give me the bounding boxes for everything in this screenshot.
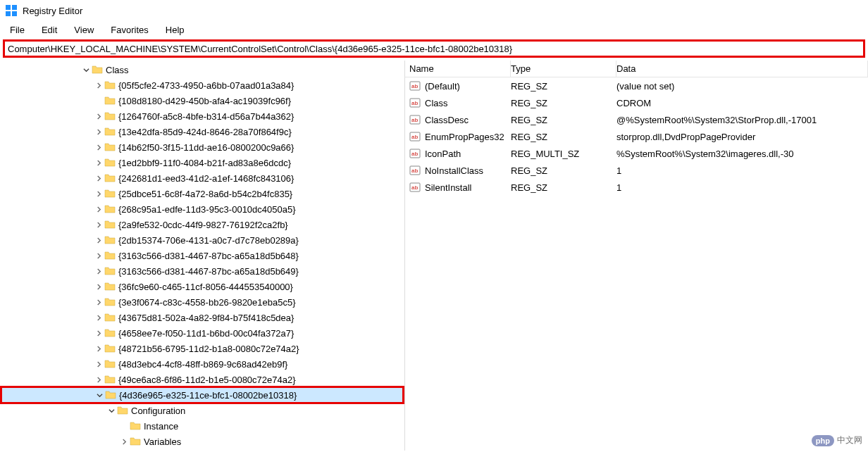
- tree-node-guid[interactable]: {3163c566-d381-4467-87bc-a65a18d5b648}: [0, 248, 404, 263]
- chevron-right-icon[interactable]: [93, 142, 104, 153]
- tree-node-guid[interactable]: {14b62f50-3f15-11dd-ae16-0800200c9a66}: [0, 139, 404, 155]
- address-bar[interactable]: Computer\HKEY_LOCAL_MACHINE\SYSTEM\Curre…: [3, 39, 865, 58]
- chevron-right-icon[interactable]: [93, 374, 104, 385]
- folder-icon: [104, 142, 116, 153]
- col-header-data[interactable]: Data: [616, 61, 868, 77]
- chevron-right-icon[interactable]: [93, 157, 104, 168]
- chevron-down-icon[interactable]: [80, 64, 92, 75]
- folder-icon: [104, 265, 116, 277]
- value-row[interactable]: abNoInstallClassREG_SZ1: [405, 162, 868, 179]
- folder-open-icon: [92, 64, 103, 75]
- menu-bar: File Edit View Favorites Help: [0, 21, 868, 38]
- values-pane[interactable]: Name Type Data ab(Default)REG_SZ(value n…: [405, 61, 868, 451]
- menu-edit[interactable]: Edit: [33, 23, 66, 37]
- tree-node-guid[interactable]: {2db15374-706e-4131-a0c7-d7c78eb0289a}: [0, 232, 404, 248]
- tree-node-guid[interactable]: {25dbce51-6c8f-4a72-8a6d-b54c2b4fc835}: [0, 186, 404, 201]
- value-row[interactable]: abClassREG_SZCDROM: [405, 94, 868, 111]
- string-value-icon: ab: [409, 165, 421, 176]
- chevron-right-icon[interactable]: [93, 80, 104, 91]
- value-name: Class: [425, 98, 448, 108]
- tree-node-guid[interactable]: {1ed2bbf9-11f0-4084-b21f-ad83a8e6dcdc}: [0, 155, 404, 170]
- tree-node-guid[interactable]: {268c95a1-edfe-11d3-95c3-0010dc4050a5}: [0, 201, 404, 217]
- svg-text:ab: ab: [411, 117, 418, 123]
- tree-node-guid[interactable]: {108d8180-d429-450b-afa4-ac19039fc96f}: [0, 93, 404, 108]
- watermark: php 中文网: [812, 434, 862, 446]
- chevron-right-icon[interactable]: [93, 188, 104, 199]
- folder-icon: [130, 436, 141, 447]
- value-type: REG_SZ: [511, 98, 547, 108]
- tree-label: {05f5cfe2-4733-4950-a6bb-07aad01a3a84}: [118, 80, 294, 91]
- folder-icon: [104, 296, 116, 308]
- title-bar: Registry Editor: [0, 0, 868, 21]
- watermark-text: 中文网: [837, 434, 862, 446]
- chevron-right-icon[interactable]: [93, 250, 104, 261]
- chevron-right-icon[interactable]: [93, 358, 104, 370]
- col-header-type[interactable]: Type: [511, 61, 616, 77]
- tree-node-guid[interactable]: {48721b56-6795-11d2-b1a8-0080c72e74a2}: [0, 341, 404, 356]
- value-data: @%SystemRoot%\System32\StorProp.dll,-170…: [616, 115, 817, 125]
- tree-node-guid[interactable]: {36fc9e60-c465-11cf-8056-444553540000}: [0, 279, 404, 294]
- svg-text:ab: ab: [411, 134, 418, 140]
- tree-label: {3e3f0674-c83c-4558-bb26-9820e1eba5c5}: [118, 297, 296, 308]
- tree-label: {3163c566-d381-4467-87bc-a65a18d5b648}: [118, 251, 299, 261]
- tree-node-selected[interactable]: {4d36e965-e325-11ce-bfc1-08002be10318}: [0, 386, 404, 404]
- chevron-right-icon[interactable]: [93, 296, 104, 308]
- tree-node-guid[interactable]: {242681d1-eed3-41d2-a1ef-1468fc843106}: [0, 170, 404, 186]
- value-type: REG_SZ: [511, 81, 547, 92]
- chevron-right-icon[interactable]: [93, 111, 104, 122]
- tree-node-guid[interactable]: {3e3f0674-c83c-4558-bb26-9820e1eba5c5}: [0, 294, 404, 310]
- folder-icon: [104, 188, 116, 199]
- tree-label: {1264760f-a5c8-4bfe-b314-d56a7b44a362}: [118, 111, 294, 122]
- chevron-right-icon[interactable]: [93, 281, 104, 292]
- chevron-right-icon[interactable]: [93, 219, 104, 230]
- menu-file[interactable]: File: [1, 23, 33, 37]
- chevron-right-icon[interactable]: [93, 343, 104, 354]
- main-split: Class {05f5cfe2-4733-4950-a6bb-07aad01a3…: [0, 61, 868, 451]
- address-text: Computer\HKEY_LOCAL_MACHINE\SYSTEM\Curre…: [8, 44, 512, 54]
- tree-label: Configuration: [131, 406, 185, 416]
- chevron-right-icon[interactable]: [93, 126, 104, 137]
- chevron-right-icon[interactable]: [93, 327, 104, 339]
- menu-view[interactable]: View: [66, 23, 102, 37]
- chevron-right-icon[interactable]: [93, 234, 104, 246]
- value-row[interactable]: abClassDescREG_SZ@%SystemRoot%\System32\…: [405, 111, 868, 128]
- folder-icon: [104, 95, 116, 106]
- chevron-right-icon[interactable]: [93, 203, 104, 215]
- tree-label: {36fc9e60-c465-11cf-8056-444553540000}: [118, 282, 293, 292]
- col-header-name[interactable]: Name: [405, 61, 511, 77]
- value-row[interactable]: abSilentInstallREG_SZ1: [405, 179, 868, 196]
- value-row[interactable]: abEnumPropPages32REG_SZstorprop.dll,DvdP…: [405, 128, 868, 145]
- value-row[interactable]: ab(Default)REG_SZ(value not set): [405, 77, 868, 94]
- tree-node-guid[interactable]: {49ce6ac8-6f86-11d2-b1e5-0080c72e74a2}: [0, 372, 404, 387]
- tree-node-guid[interactable]: {3163c566-d381-4467-87bc-a65a18d5b649}: [0, 263, 404, 279]
- chevron-right-icon[interactable]: [93, 265, 104, 277]
- tree-node-class[interactable]: Class: [0, 62, 404, 77]
- tree-node-guid[interactable]: {05f5cfe2-4733-4950-a6bb-07aad01a3a84}: [0, 77, 404, 93]
- chevron-right-icon[interactable]: [93, 312, 104, 323]
- value-type: REG_SZ: [511, 165, 547, 176]
- chevron-right-icon[interactable]: [93, 172, 104, 184]
- tree-node-variables[interactable]: Variables: [0, 434, 404, 449]
- tree-node-guid[interactable]: {43675d81-502a-4a82-9f84-b75f418c5dea}: [0, 310, 404, 325]
- tree-node-guid[interactable]: {1264760f-a5c8-4bfe-b314-d56a7b44a362}: [0, 108, 404, 124]
- chevron-down-icon[interactable]: [106, 405, 117, 416]
- folder-icon: [104, 312, 116, 323]
- tree-node-guid[interactable]: {4658ee7e-f050-11d1-b6bd-00c04fa372a7}: [0, 325, 404, 341]
- values-header: Name Type Data: [405, 61, 868, 77]
- menu-help[interactable]: Help: [157, 23, 193, 37]
- tree-node-configuration[interactable]: Configuration: [0, 403, 404, 418]
- value-type: REG_SZ: [511, 115, 547, 125]
- tree-node-guid[interactable]: {48d3ebc4-4cf8-48ff-b869-9c68ad42eb9f}: [0, 356, 404, 372]
- chevron-right-icon[interactable]: [118, 436, 130, 447]
- tree-node-guid[interactable]: {13e42dfa-85d9-424d-8646-28a70f864f9c}: [0, 124, 404, 139]
- menu-favorites[interactable]: Favorites: [102, 23, 156, 37]
- chevron-down-icon[interactable]: [94, 389, 105, 401]
- value-row[interactable]: abIconPathREG_MULTI_SZ%SystemRoot%\Syste…: [405, 145, 868, 162]
- tree-pane[interactable]: Class {05f5cfe2-4733-4950-a6bb-07aad01a3…: [0, 61, 405, 451]
- tree-node-guid[interactable]: {2a9fe532-0cdc-44f9-9827-76192f2ca2fb}: [0, 217, 404, 232]
- folder-icon: [104, 327, 116, 339]
- tree-label: {2a9fe532-0cdc-44f9-9827-76192f2ca2fb}: [118, 220, 288, 230]
- tree-label: Instance: [144, 421, 178, 432]
- tree-label: {48d3ebc4-4cf8-48ff-b869-9c68ad42eb9f}: [118, 359, 287, 370]
- tree-node-instance[interactable]: Instance: [0, 418, 404, 434]
